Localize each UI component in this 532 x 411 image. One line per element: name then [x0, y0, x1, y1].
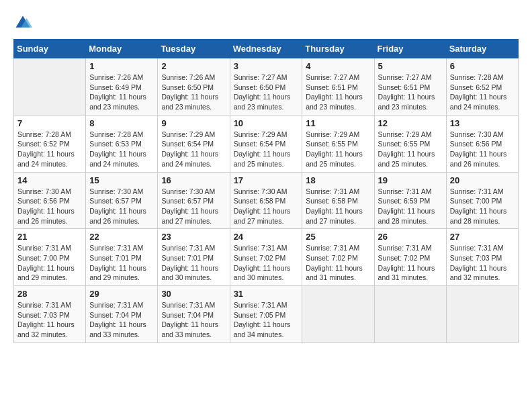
day-number: 7 — [17, 118, 82, 128]
page-header — [13, 13, 519, 32]
day-number: 31 — [234, 289, 299, 299]
day-cell: 11Sunrise: 7:29 AMSunset: 6:55 PMDayligh… — [302, 115, 374, 172]
day-cell — [446, 286, 518, 343]
day-cell: 20Sunrise: 7:31 AMSunset: 7:00 PMDayligh… — [446, 172, 518, 229]
header-cell-wednesday: Wednesday — [230, 40, 302, 58]
day-cell: 3Sunrise: 7:27 AMSunset: 6:50 PMDaylight… — [230, 58, 302, 116]
day-info: Sunrise: 7:27 AMSunset: 6:50 PMDaylight:… — [234, 73, 299, 112]
day-cell: 4Sunrise: 7:27 AMSunset: 6:51 PMDaylight… — [302, 58, 374, 116]
day-number: 14 — [17, 175, 82, 185]
day-info: Sunrise: 7:31 AMSunset: 7:05 PMDaylight:… — [234, 300, 299, 340]
day-number: 29 — [89, 289, 154, 299]
calendar-table: SundayMondayTuesdayWednesdayThursdayFrid… — [13, 39, 519, 343]
day-number: 12 — [378, 118, 443, 128]
day-cell: 18Sunrise: 7:31 AMSunset: 6:58 PMDayligh… — [302, 172, 374, 229]
day-cell: 30Sunrise: 7:31 AMSunset: 7:04 PMDayligh… — [158, 286, 230, 343]
day-cell: 19Sunrise: 7:31 AMSunset: 6:59 PMDayligh… — [374, 172, 446, 229]
day-cell: 9Sunrise: 7:29 AMSunset: 6:54 PMDaylight… — [158, 115, 230, 172]
day-info: Sunrise: 7:31 AMSunset: 7:04 PMDaylight:… — [161, 300, 226, 340]
day-info: Sunrise: 7:28 AMSunset: 6:53 PMDaylight:… — [89, 130, 154, 169]
day-number: 21 — [17, 232, 82, 242]
day-info: Sunrise: 7:31 AMSunset: 7:00 PMDaylight:… — [17, 243, 82, 283]
day-cell: 21Sunrise: 7:31 AMSunset: 7:00 PMDayligh… — [14, 229, 86, 286]
day-info: Sunrise: 7:26 AMSunset: 6:49 PMDaylight:… — [89, 73, 154, 112]
logo-icon — [13, 13, 32, 32]
day-number: 1 — [89, 61, 154, 71]
header-row: SundayMondayTuesdayWednesdayThursdayFrid… — [14, 40, 519, 58]
day-info: Sunrise: 7:29 AMSunset: 6:54 PMDaylight:… — [234, 130, 299, 169]
day-number: 9 — [161, 118, 226, 128]
day-number: 28 — [17, 289, 82, 299]
day-cell: 25Sunrise: 7:31 AMSunset: 7:02 PMDayligh… — [302, 229, 374, 286]
day-number: 11 — [306, 118, 370, 128]
day-number: 13 — [450, 118, 515, 128]
day-info: Sunrise: 7:30 AMSunset: 6:56 PMDaylight:… — [17, 187, 82, 226]
day-info: Sunrise: 7:31 AMSunset: 6:59 PMDaylight:… — [378, 187, 443, 226]
day-number: 25 — [306, 232, 370, 242]
day-number: 24 — [234, 232, 299, 242]
day-cell: 24Sunrise: 7:31 AMSunset: 7:02 PMDayligh… — [230, 229, 302, 286]
day-number: 3 — [234, 61, 299, 71]
day-info: Sunrise: 7:30 AMSunset: 6:58 PMDaylight:… — [234, 187, 299, 226]
day-info: Sunrise: 7:31 AMSunset: 7:01 PMDaylight:… — [89, 243, 154, 283]
day-info: Sunrise: 7:31 AMSunset: 7:01 PMDaylight:… — [161, 243, 226, 283]
day-cell: 2Sunrise: 7:26 AMSunset: 6:50 PMDaylight… — [158, 58, 230, 116]
logo — [13, 13, 35, 32]
day-cell: 26Sunrise: 7:31 AMSunset: 7:02 PMDayligh… — [374, 229, 446, 286]
day-info: Sunrise: 7:28 AMSunset: 6:52 PMDaylight:… — [17, 130, 82, 169]
day-info: Sunrise: 7:31 AMSunset: 7:04 PMDaylight:… — [89, 300, 154, 340]
calendar-header: SundayMondayTuesdayWednesdayThursdayFrid… — [14, 40, 519, 58]
day-cell — [302, 286, 374, 343]
day-number: 30 — [161, 289, 226, 299]
day-cell: 22Sunrise: 7:31 AMSunset: 7:01 PMDayligh… — [86, 229, 158, 286]
day-cell: 23Sunrise: 7:31 AMSunset: 7:01 PMDayligh… — [158, 229, 230, 286]
calendar-body: 1Sunrise: 7:26 AMSunset: 6:49 PMDaylight… — [14, 58, 519, 343]
day-cell: 5Sunrise: 7:27 AMSunset: 6:51 PMDaylight… — [374, 58, 446, 116]
day-info: Sunrise: 7:29 AMSunset: 6:55 PMDaylight:… — [306, 130, 370, 169]
day-info: Sunrise: 7:29 AMSunset: 6:54 PMDaylight:… — [161, 130, 226, 169]
week-row-1: 1Sunrise: 7:26 AMSunset: 6:49 PMDaylight… — [14, 58, 519, 116]
day-info: Sunrise: 7:27 AMSunset: 6:51 PMDaylight:… — [378, 73, 443, 112]
day-cell: 15Sunrise: 7:30 AMSunset: 6:57 PMDayligh… — [86, 172, 158, 229]
day-info: Sunrise: 7:31 AMSunset: 7:02 PMDaylight:… — [234, 243, 299, 283]
week-row-3: 14Sunrise: 7:30 AMSunset: 6:56 PMDayligh… — [14, 172, 519, 229]
day-number: 20 — [450, 175, 515, 185]
day-info: Sunrise: 7:31 AMSunset: 7:00 PMDaylight:… — [450, 187, 515, 226]
day-cell — [14, 58, 86, 116]
week-row-2: 7Sunrise: 7:28 AMSunset: 6:52 PMDaylight… — [14, 115, 519, 172]
day-cell: 13Sunrise: 7:30 AMSunset: 6:56 PMDayligh… — [446, 115, 518, 172]
day-number: 6 — [450, 61, 515, 71]
day-cell: 27Sunrise: 7:31 AMSunset: 7:03 PMDayligh… — [446, 229, 518, 286]
day-number: 4 — [306, 61, 370, 71]
day-number: 16 — [161, 175, 226, 185]
day-number: 23 — [161, 232, 226, 242]
day-cell: 7Sunrise: 7:28 AMSunset: 6:52 PMDaylight… — [14, 115, 86, 172]
day-cell: 6Sunrise: 7:28 AMSunset: 6:52 PMDaylight… — [446, 58, 518, 116]
day-info: Sunrise: 7:26 AMSunset: 6:50 PMDaylight:… — [161, 73, 226, 112]
day-number: 15 — [89, 175, 154, 185]
day-number: 17 — [234, 175, 299, 185]
day-number: 19 — [378, 175, 443, 185]
day-info: Sunrise: 7:29 AMSunset: 6:55 PMDaylight:… — [378, 130, 443, 169]
header-cell-sunday: Sunday — [14, 40, 86, 58]
day-cell: 29Sunrise: 7:31 AMSunset: 7:04 PMDayligh… — [86, 286, 158, 343]
day-cell: 17Sunrise: 7:30 AMSunset: 6:58 PMDayligh… — [230, 172, 302, 229]
day-info: Sunrise: 7:30 AMSunset: 6:57 PMDaylight:… — [89, 187, 154, 226]
header-cell-monday: Monday — [86, 40, 158, 58]
day-cell: 12Sunrise: 7:29 AMSunset: 6:55 PMDayligh… — [374, 115, 446, 172]
day-cell: 31Sunrise: 7:31 AMSunset: 7:05 PMDayligh… — [230, 286, 302, 343]
header-cell-tuesday: Tuesday — [158, 40, 230, 58]
header-cell-friday: Friday — [374, 40, 446, 58]
day-number: 10 — [234, 118, 299, 128]
day-info: Sunrise: 7:31 AMSunset: 7:02 PMDaylight:… — [306, 243, 370, 283]
day-info: Sunrise: 7:31 AMSunset: 7:02 PMDaylight:… — [378, 243, 443, 283]
day-info: Sunrise: 7:28 AMSunset: 6:52 PMDaylight:… — [450, 73, 515, 112]
day-cell: 8Sunrise: 7:28 AMSunset: 6:53 PMDaylight… — [86, 115, 158, 172]
day-number: 22 — [89, 232, 154, 242]
day-info: Sunrise: 7:31 AMSunset: 6:58 PMDaylight:… — [306, 187, 370, 226]
day-info: Sunrise: 7:30 AMSunset: 6:56 PMDaylight:… — [450, 130, 515, 169]
header-cell-thursday: Thursday — [302, 40, 374, 58]
day-cell: 14Sunrise: 7:30 AMSunset: 6:56 PMDayligh… — [14, 172, 86, 229]
week-row-4: 21Sunrise: 7:31 AMSunset: 7:00 PMDayligh… — [14, 229, 519, 286]
day-number: 8 — [89, 118, 154, 128]
